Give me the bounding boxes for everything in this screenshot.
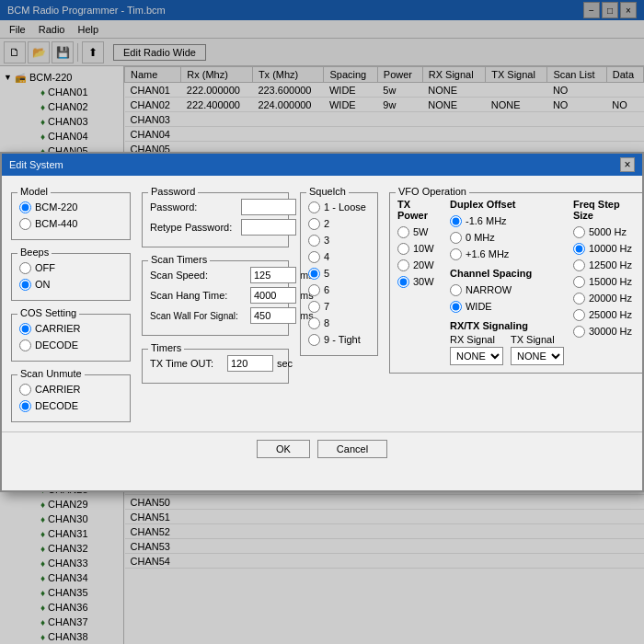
- freq-step-label: 15000 Hz: [589, 276, 632, 287]
- unmute-decode-row: DECODE: [19, 397, 122, 414]
- password-group-label: Password: [148, 186, 198, 197]
- spacing-wide-radio[interactable]: [450, 301, 462, 313]
- squelch-label: 3: [324, 235, 329, 246]
- beeps-group: Beeps OFF ON: [11, 253, 131, 301]
- scan-unmute-group-label: Scan Unmute: [17, 368, 85, 379]
- freq-step-option-row: 15000 Hz: [573, 273, 638, 290]
- password-input[interactable]: [241, 199, 296, 215]
- cos-decode-radio[interactable]: [19, 339, 31, 351]
- ok-button[interactable]: OK: [257, 440, 310, 458]
- freq-step-radio[interactable]: [573, 226, 585, 238]
- scan-hang-input[interactable]: [250, 287, 296, 304]
- model-bcm220-label: BCM-220: [35, 201, 77, 213]
- retype-password-row: Retype Password:: [150, 219, 281, 236]
- tx-signal-col: TX Signal NONE: [511, 334, 564, 365]
- squelch-radio[interactable]: [308, 251, 320, 263]
- squelch-radio[interactable]: [308, 301, 320, 313]
- squelch-radio[interactable]: [308, 218, 320, 230]
- tx-5w-row: 5W: [397, 224, 441, 240]
- tx-30w-row: 30W: [397, 273, 441, 290]
- duplex-neg-radio[interactable]: [450, 215, 462, 227]
- duplex-0-radio[interactable]: [450, 232, 462, 244]
- freq-step-option-row: 20000 Hz: [573, 290, 638, 306]
- modal-footer: OK Cancel: [2, 431, 642, 466]
- freq-step-label: 5000 Hz: [589, 226, 627, 237]
- freq-step-group: Freq Step Size 5000 Hz10000 Hz12500 Hz15…: [573, 199, 638, 365]
- squelch-radio[interactable]: [308, 317, 320, 329]
- freq-step-radio[interactable]: [573, 259, 585, 271]
- freq-step-label: 12500 Hz: [589, 259, 632, 270]
- freq-step-option-row: 30000 Hz: [573, 323, 638, 339]
- squelch-radio[interactable]: [308, 268, 320, 280]
- freq-step-radio[interactable]: [573, 309, 585, 321]
- squelch-option-row: 2: [308, 215, 370, 232]
- freq-step-radio[interactable]: [573, 293, 585, 305]
- squelch-radio[interactable]: [308, 235, 320, 247]
- modal-body: Model BCM-220 BCM-440 Beeps: [2, 176, 642, 431]
- tx-power-label: TX Power: [397, 199, 441, 221]
- scan-timers-group-label: Scan Timers: [148, 254, 210, 265]
- tx-10w-radio[interactable]: [397, 243, 409, 255]
- tx-timeout-input[interactable]: [227, 355, 273, 372]
- squelch-group-label: Squelch: [306, 186, 349, 197]
- unmute-decode-radio[interactable]: [19, 400, 31, 412]
- scan-speed-row: Scan Speed: ms: [150, 267, 281, 283]
- model-bcm440-radio[interactable]: [19, 218, 31, 230]
- tx-20w-radio[interactable]: [397, 259, 409, 271]
- model-bcm220-radio[interactable]: [19, 201, 31, 213]
- tx-timeout-label: TX Time OUT:: [150, 358, 224, 369]
- modal-title-bar: Edit System ×: [2, 154, 642, 176]
- squelch-label: 6: [324, 284, 329, 295]
- freq-step-radio[interactable]: [573, 243, 585, 255]
- squelch-option-row: 3: [308, 232, 370, 248]
- freq-step-radio[interactable]: [573, 326, 585, 338]
- model-bcm220-row: BCM-220: [19, 199, 122, 215]
- squelch-option-row: 9 - Tight: [308, 331, 370, 348]
- squelch-radio[interactable]: [308, 284, 320, 296]
- unmute-carrier-radio[interactable]: [19, 384, 31, 396]
- cos-carrier-row: CARRIER: [19, 320, 122, 337]
- duplex-neg-row: -1.6 MHz: [450, 213, 564, 229]
- cos-carrier-radio[interactable]: [19, 323, 31, 335]
- beeps-on-radio[interactable]: [19, 279, 31, 291]
- tx-5w-radio[interactable]: [397, 226, 409, 238]
- squelch-radio[interactable]: [308, 334, 320, 346]
- cos-group: COS Setting CARRIER DECODE: [11, 314, 131, 362]
- duplex-offset-label: Duplex Offset: [450, 199, 564, 210]
- duplex-neg-label: -1.6 MHz: [466, 215, 507, 226]
- scan-speed-input[interactable]: [250, 267, 296, 283]
- spacing-narrow-radio[interactable]: [450, 284, 462, 296]
- freq-step-option-row: 25000 Hz: [573, 306, 638, 323]
- unmute-decode-label: DECODE: [35, 400, 78, 411]
- spacing-narrow-label: NARROW: [466, 284, 512, 295]
- squelch-options: 1 - Loose23456789 - Tight: [308, 199, 370, 348]
- tx-signal-label: TX Signal: [511, 334, 564, 345]
- spacing-wide-row: WIDE: [450, 298, 564, 315]
- tx-30w-radio[interactable]: [397, 276, 409, 288]
- freq-step-label: 25000 Hz: [589, 309, 632, 320]
- beeps-off-radio[interactable]: [19, 262, 31, 274]
- unmute-carrier-label: CARRIER: [35, 384, 81, 395]
- modal-close-button[interactable]: ×: [620, 157, 635, 172]
- freq-step-label: 10000 Hz: [589, 243, 632, 254]
- duplex-pos-radio[interactable]: [450, 248, 462, 260]
- scan-wall-input[interactable]: [250, 307, 296, 324]
- freq-step-radio[interactable]: [573, 276, 585, 288]
- rx-signal-select[interactable]: NONE: [450, 347, 503, 365]
- rx-signal-label: RX Signal: [450, 334, 503, 345]
- spacing-wide-label: WIDE: [466, 301, 492, 312]
- squelch-radio[interactable]: [308, 201, 320, 213]
- freq-step-option-row: 12500 Hz: [573, 257, 638, 273]
- scan-hang-label: Scan Hang Time:: [150, 290, 247, 301]
- password-row: Password:: [150, 199, 281, 215]
- retype-password-input[interactable]: [241, 219, 296, 236]
- tx-signal-select[interactable]: NONE: [511, 347, 564, 365]
- vfo-group: VFO Operation TX Power 5W 10W: [389, 192, 644, 374]
- squelch-label: 8: [324, 317, 329, 328]
- beeps-off-label: OFF: [35, 262, 55, 273]
- duplex-pos-row: +1.6 MHz: [450, 246, 564, 262]
- squelch-option-row: 5: [308, 265, 370, 282]
- retype-password-label: Retype Password:: [150, 222, 237, 233]
- cancel-button[interactable]: Cancel: [317, 440, 387, 458]
- unmute-carrier-row: CARRIER: [19, 381, 122, 397]
